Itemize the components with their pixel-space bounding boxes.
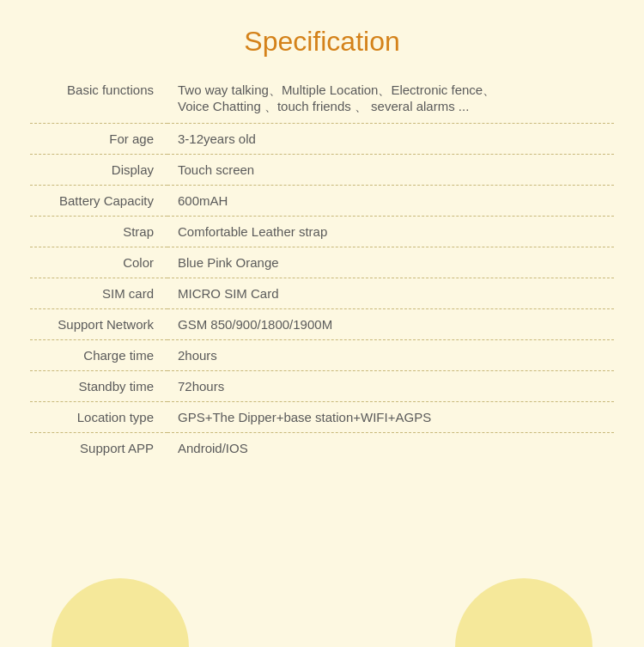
- table-row: Support NetworkGSM 850/900/1800/1900M: [30, 309, 614, 340]
- spec-value: Touch screen: [167, 155, 614, 186]
- spec-label: Support Network: [30, 309, 167, 340]
- spec-value: GPS+The Dipper+base station+WIFI+AGPS: [167, 402, 614, 433]
- spec-value: Android/IOS: [167, 433, 614, 464]
- spec-label: Strap: [30, 217, 167, 247]
- spec-value: 2hours: [167, 340, 614, 371]
- spec-label: Battery Capacity: [30, 186, 167, 217]
- spec-value: MICRO SIM Card: [167, 278, 614, 309]
- spec-label: Charge time: [30, 340, 167, 371]
- table-row: Battery Capacity600mAH: [30, 186, 614, 217]
- spec-label: For age: [30, 124, 167, 155]
- spec-label: Support APP: [30, 433, 167, 464]
- spec-table: Basic functionsTwo way talking、Multiple …: [30, 75, 614, 463]
- table-row: DisplayTouch screen: [30, 155, 614, 186]
- table-row: For age3-12years old: [30, 124, 614, 155]
- spec-value: 72hours: [167, 371, 614, 402]
- spec-value: 3-12years old: [167, 124, 614, 155]
- bottom-decoration: [0, 578, 644, 647]
- spec-label: Color: [30, 247, 167, 278]
- table-row: Location typeGPS+The Dipper+base station…: [30, 402, 614, 433]
- spec-label: Display: [30, 155, 167, 186]
- spec-value: Two way talking、Multiple Location、Electr…: [167, 75, 614, 124]
- spec-value: Blue Pink Orange: [167, 247, 614, 278]
- table-row: ColorBlue Pink Orange: [30, 247, 614, 278]
- wave-right: [455, 578, 592, 647]
- table-row: Basic functionsTwo way talking、Multiple …: [30, 75, 614, 124]
- spec-value: GSM 850/900/1800/1900M: [167, 309, 614, 340]
- table-row: Standby time72hours: [30, 371, 614, 402]
- page-title: Specification: [0, 0, 644, 75]
- table-row: StrapComfortable Leather strap: [30, 217, 614, 247]
- spec-value-line1: Two way talking、Multiple Location、Electr…: [178, 82, 614, 99]
- table-row: Charge time2hours: [30, 340, 614, 371]
- page-container: Specification Basic functionsTwo way tal…: [0, 0, 644, 647]
- spec-label: Location type: [30, 402, 167, 433]
- spec-label: Standby time: [30, 371, 167, 402]
- wave-left: [52, 578, 189, 647]
- table-row: SIM cardMICRO SIM Card: [30, 278, 614, 309]
- table-row: Support APPAndroid/IOS: [30, 433, 614, 464]
- spec-value: 600mAH: [167, 186, 614, 217]
- spec-value: Comfortable Leather strap: [167, 217, 614, 247]
- spec-value-line2: Voice Chatting 、touch friends 、 several …: [178, 99, 614, 115]
- spec-label: Basic functions: [30, 75, 167, 124]
- spec-label: SIM card: [30, 278, 167, 309]
